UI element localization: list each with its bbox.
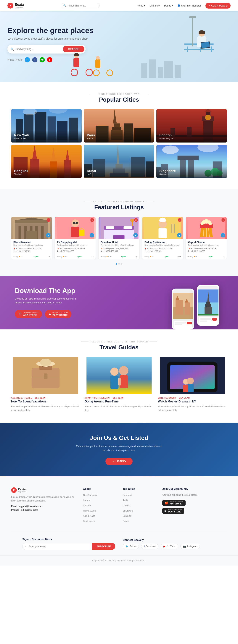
svg-rect-13 [114, 123, 120, 127]
footer-app-store-text: DOWNLOAD FROM APP STORE [170, 501, 183, 505]
join-listing-button[interactable]: → LISTING [105, 458, 132, 465]
close-icon-museum[interactable]: ✕ [47, 218, 50, 222]
nav-signin[interactable]: 👤 Sign in or Register [177, 4, 201, 7]
featured-header: Explore The Best & Famous Things Feature… [11, 200, 227, 211]
svg-rect-152 [183, 384, 189, 392]
popular-cities-section: Find Things The Easier Way Popular Citie… [0, 82, 238, 189]
city-card-bangkok[interactable]: Bangkok Thailand [11, 145, 82, 178]
dot-2[interactable] [118, 263, 120, 264]
city-card-singapore[interactable]: Singapore Singapore [156, 145, 227, 178]
close-icon-shopping[interactable]: ✕ [90, 218, 94, 222]
guide-card-3[interactable]: Entertainment Ben Jean Watch Movies Dram… [158, 357, 227, 412]
footer-city-dubai-anchor[interactable]: Dubai [123, 520, 128, 522]
footer: E Ecata City Portal Eiusmod tempory inci… [0, 476, 238, 555]
listing-card-shopping: ✕ ★ ZX Shopping Mall Best vacation facil… [55, 217, 96, 260]
city-country-dubai: UAE [87, 173, 151, 175]
city-card-dubai[interactable]: Dubai UAE [84, 145, 154, 178]
footer-play-store-btn[interactable]: ▶ DOWNLOAD FROM PLAY STORE [162, 508, 184, 514]
bookmark-icon-cinema[interactable]: ★ [221, 233, 225, 238]
footer-city-dubai[interactable]: Dubai [123, 519, 155, 523]
logo[interactable]: E Ecata City Portal [8, 2, 24, 8]
phone-icon-hotel: 📞 [101, 250, 103, 252]
footer-link-company[interactable]: Our Company [83, 493, 115, 497]
facebook-social-icon: f [144, 545, 145, 548]
bookmark-icon-museum[interactable]: ★ [46, 233, 50, 238]
add-place-button[interactable]: + ADD A PLACE [205, 3, 230, 8]
guide-card-2[interactable]: Road Trip, Traveling Ben Jean Going Arou… [85, 357, 154, 412]
listing-address-cinema: 📍 52 Simpsons Road, NY 02003 [188, 248, 224, 250]
listing-title-cinema: Caprid Cinema [188, 241, 224, 244]
play-store-button[interactable]: ▶ DOWNLOAD FROM PLAY STORE [45, 310, 71, 318]
nav-search-input[interactable] [68, 4, 97, 7]
newsletter-section: Signup For Latest News ✉ SUBSCRIBE Conne… [11, 532, 227, 555]
twitter-icon[interactable]: 🐦 [25, 57, 30, 62]
footer-city-paris-anchor[interactable]: Paris [123, 499, 128, 502]
footer-logo-icon: E [11, 487, 17, 493]
footer-link-add[interactable]: Add a Place [83, 514, 115, 518]
footer-link-carers-anchor[interactable]: Carers [83, 499, 90, 502]
youtube-social-link[interactable]: ▶ YouTube [161, 544, 178, 549]
city-card-london[interactable]: London United Kingdom [156, 109, 227, 142]
close-icon-hotel[interactable]: ✕ [134, 218, 138, 222]
city-card-paris[interactable]: Paris France [84, 109, 154, 142]
instagram-social-link[interactable]: 📷 Instagram [180, 544, 200, 549]
dot-1[interactable] [116, 263, 117, 264]
footer-city-newyork-anchor[interactable]: New York [123, 494, 132, 496]
newsletter-email-input[interactable] [22, 543, 92, 550]
footer-city-paris[interactable]: Paris [123, 498, 155, 502]
footer-city-bangkok-anchor[interactable]: Bangkok [123, 515, 131, 517]
footer-city-newyork[interactable]: New York [123, 493, 155, 497]
dot-3[interactable] [121, 263, 122, 264]
guide-card-1[interactable]: Vacation, Travel Ben Jean How To Spend V… [11, 357, 80, 412]
svg-rect-139 [86, 357, 152, 394]
listing-desc-hotel: Best vacation facilities, afs with welco… [101, 244, 137, 246]
footer-city-london[interactable]: London [123, 504, 155, 507]
hero-search-input[interactable] [16, 48, 63, 50]
bookmark-icon-hotel[interactable]: ★ [133, 233, 138, 238]
phone-1 [172, 288, 194, 330]
footer-link-disc-anchor[interactable]: Disclaimers [83, 520, 95, 522]
footer-link-carers[interactable]: Carers [83, 498, 115, 502]
section-title-featured: Featured Listings [11, 204, 227, 211]
bookmark-icon-shopping[interactable]: ★ [90, 233, 94, 238]
hero-search-button[interactable]: SEARCH [63, 46, 84, 52]
join-text: Eiusmod tempor incididunt ut labore et d… [73, 444, 165, 452]
footer-city-singapore-anchor[interactable]: Singapore [123, 510, 133, 512]
listing-desc-museum: Best vacation facilities with welcome [13, 244, 50, 246]
nav-search-box[interactable]: 🔍 [61, 3, 100, 8]
nav-link-home[interactable]: Home ▾ [137, 4, 145, 7]
facebook-social-link[interactable]: f Facebook [141, 544, 158, 549]
footer-link-company-anchor[interactable]: Our Company [83, 494, 97, 496]
city-card-newyork[interactable]: New York United States [11, 109, 82, 142]
footer-city-bangkok[interactable]: Bangkok [123, 514, 155, 518]
svg-rect-85 [113, 235, 125, 239]
footer-link-how[interactable]: How It Works [83, 509, 115, 512]
listing-phone-shopping: 📞 +1 (001) 236 985 [57, 250, 93, 252]
footer-community-col: Join Our Community Continue exploring th… [162, 487, 227, 524]
footer-phone: Phone: +1 (045) 215 1610 [11, 509, 76, 511]
app-store-button[interactable]: ⏻ DOWNLOAD FROM APP STORE [15, 310, 42, 318]
footer-city-london-anchor[interactable]: London [123, 504, 130, 507]
footer-link-how-anchor[interactable]: How It Works [83, 510, 96, 512]
footer-city-singapore[interactable]: Singapore [123, 509, 155, 512]
nav-link-pages[interactable]: Pages ▾ [164, 4, 173, 7]
listing-card-cinema: ✕ ★ Caprid Cinema Best vacation faciliti… [186, 217, 227, 260]
svg-rect-64 [19, 226, 21, 239]
footer-link-disc[interactable]: Disclaimers [83, 519, 115, 523]
nav-links: Home ▾ Listings ▾ Pages ▾ 👤 Sign in or R… [137, 3, 230, 8]
facebook-icon[interactable]: f [32, 57, 37, 62]
footer-app-store-btn[interactable]: 🍎 DOWNLOAD FROM APP STORE [162, 500, 185, 506]
youtube-icon[interactable]: ▶ [47, 57, 52, 62]
listing-pagination-dots [11, 263, 227, 264]
bookmark-icon-restaurant[interactable]: ★ [177, 233, 181, 238]
close-icon-cinema[interactable]: ✕ [221, 218, 225, 222]
footer-link-support[interactable]: Support [83, 504, 115, 507]
guide-img-1-svg [11, 357, 80, 394]
footer-link-support-anchor[interactable]: Support [83, 504, 91, 507]
close-icon-restaurant[interactable]: ✕ [178, 218, 181, 222]
newsletter-submit-button[interactable]: SUBSCRIBE [92, 543, 115, 550]
nav-link-listings[interactable]: Listings ▾ [149, 4, 160, 7]
twitter-social-link[interactable]: 🐦 Twitter [123, 544, 139, 549]
footer-link-add-anchor[interactable]: Add a Place [83, 515, 95, 517]
message-icon[interactable]: 💬 [40, 57, 45, 62]
